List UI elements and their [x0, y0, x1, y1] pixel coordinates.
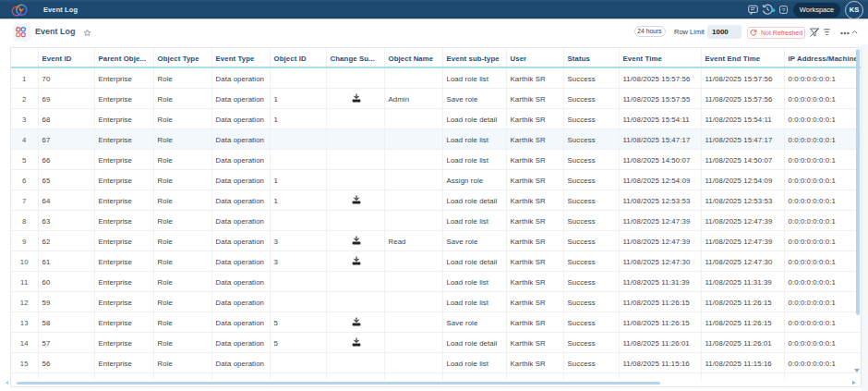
svg-text:?: ? — [781, 6, 785, 13]
